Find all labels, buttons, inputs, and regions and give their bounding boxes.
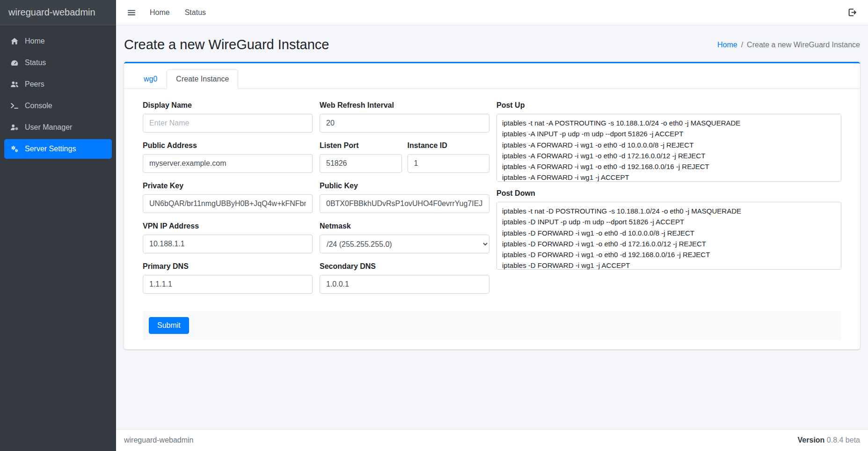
tab-wg0[interactable]: wg0 — [134, 69, 167, 89]
post-up-textarea[interactable]: iptables -t nat -A POSTROUTING -s 10.188… — [496, 114, 841, 182]
web-refresh-interval-input[interactable] — [320, 114, 489, 133]
primary-dns-input[interactable] — [143, 275, 313, 294]
sidebar-item-label: Home — [25, 37, 45, 45]
users-gear-icon — [9, 123, 20, 132]
version-text: Version 0.8.4 beta — [798, 436, 860, 444]
instance-form: Display Name Public Address Private Key — [143, 101, 841, 303]
instance-id-label: Instance ID — [408, 141, 490, 150]
post-down-label: Post Down — [496, 189, 841, 198]
netmask-select[interactable]: /24 (255.255.255.0) — [320, 235, 489, 253]
form-column-1: Display Name Public Address Private Key — [143, 101, 313, 303]
form-column-3: Post Up iptables -t nat -A POSTROUTING -… — [496, 101, 841, 303]
users-icon — [9, 80, 20, 89]
sidebar-item-console[interactable]: Console — [4, 96, 112, 116]
sidebar-item-label: Peers — [25, 80, 44, 89]
sidebar-item-home[interactable]: Home — [4, 31, 112, 51]
listen-port-input[interactable] — [320, 154, 402, 173]
private-key-input[interactable] — [143, 194, 313, 213]
private-key-label: Private Key — [143, 182, 313, 190]
public-address-label: Public Address — [143, 141, 313, 150]
card-body: Display Name Public Address Private Key — [124, 89, 860, 349]
post-down-textarea[interactable]: iptables -t nat -D POSTROUTING -s 10.188… — [496, 202, 841, 270]
public-key-label: Public Key — [320, 182, 489, 190]
gauge-icon — [9, 59, 20, 67]
topnav-link-status[interactable]: Status — [185, 8, 206, 17]
sidebar-item-status[interactable]: Status — [4, 53, 112, 73]
instance-id-input[interactable] — [408, 154, 490, 173]
content-wrapper: Create a new WireGuard Instance Home / C… — [116, 25, 868, 429]
footer-brand: wireguard-webadmin — [124, 436, 194, 444]
top-navbar: Home Status — [116, 0, 868, 25]
sidebar-item-label: Console — [25, 102, 52, 110]
app-wrapper: wireguard-webadmin Home Status Peers — [0, 0, 868, 451]
brand[interactable]: wireguard-webadmin — [0, 0, 116, 25]
sidebar-item-server-settings[interactable]: Server Settings — [4, 139, 112, 159]
main-column: Home Status Create a new WireGuard Insta… — [116, 0, 868, 451]
page-title: Create a new WireGuard Instance — [124, 37, 329, 52]
primary-dns-label: Primary DNS — [143, 262, 313, 271]
sidebar-item-label: Server Settings — [25, 145, 76, 153]
content-header: Create a new WireGuard Instance Home / C… — [116, 25, 868, 62]
form-column-2: Web Refresh Interval Listen Port Instanc… — [320, 101, 489, 303]
secondary-dns-label: Secondary DNS — [320, 262, 489, 271]
logout-icon[interactable] — [848, 8, 857, 17]
display-name-input[interactable] — [143, 114, 313, 133]
display-name-label: Display Name — [143, 101, 313, 110]
public-address-input[interactable] — [143, 154, 313, 173]
sidebar-nav: Home Status Peers Console — [0, 25, 116, 161]
version-label: Version — [798, 436, 825, 444]
secondary-dns-input[interactable] — [320, 275, 489, 294]
vpn-ip-label: VPN IP Address — [143, 222, 313, 230]
sidebar: wireguard-webadmin Home Status Peers — [0, 0, 116, 451]
vpn-ip-input[interactable] — [143, 235, 313, 253]
main-footer: wireguard-webadmin Version 0.8.4 beta — [116, 429, 868, 451]
card-tabs: wg0 Create Instance — [124, 63, 860, 89]
sidebar-item-label: Status — [25, 59, 46, 67]
create-instance-card: wg0 Create Instance Display Name Public — [124, 62, 860, 349]
breadcrumb-home-link[interactable]: Home — [717, 41, 737, 49]
netmask-label: Netmask — [320, 222, 489, 230]
breadcrumb-current: Create a new WireGuard Instance — [747, 41, 860, 49]
tab-create-instance[interactable]: Create Instance — [167, 69, 238, 89]
version-value: 0.8.4 beta — [827, 436, 860, 444]
sidebar-item-peers[interactable]: Peers — [4, 74, 112, 94]
sidebar-item-label: User Manager — [25, 123, 72, 132]
breadcrumb-separator: / — [741, 41, 743, 49]
breadcrumb: Home / Create a new WireGuard Instance — [717, 41, 860, 49]
public-key-input[interactable] — [320, 194, 489, 213]
menu-icon[interactable] — [127, 8, 136, 17]
web-refresh-interval-label: Web Refresh Interval — [320, 101, 489, 110]
submit-strip: Submit — [143, 311, 841, 340]
topnav-link-home[interactable]: Home — [150, 8, 170, 17]
terminal-icon — [9, 102, 20, 110]
post-up-label: Post Up — [496, 101, 841, 110]
listen-port-label: Listen Port — [320, 141, 402, 150]
submit-button[interactable]: Submit — [149, 317, 189, 334]
sidebar-item-user-manager[interactable]: User Manager — [4, 118, 112, 137]
gears-icon — [9, 145, 20, 153]
home-icon — [9, 37, 20, 45]
